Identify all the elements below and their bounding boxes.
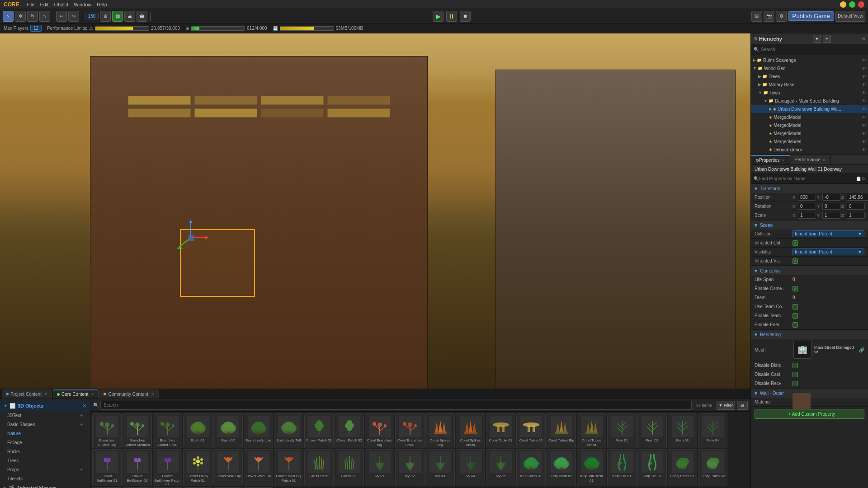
asset-view-toggle[interactable]: ⊞ — [737, 401, 748, 410]
tab-performance-close[interactable]: ✕ — [822, 158, 826, 162]
scale-tool-button[interactable]: ⤡ — [39, 11, 50, 22]
tree-item-debris[interactable]: ◈ DebrisExterior 👁 — [751, 145, 868, 154]
tree-item-town[interactable]: ▼ 📁 Town 👁 — [751, 89, 868, 97]
subcategory-rocks[interactable]: Rocks — [0, 447, 90, 456]
subcategory-add-button[interactable]: + — [80, 413, 83, 418]
prop-edit-icon[interactable]: 📋 — [856, 176, 861, 181]
asset-item[interactable]: Grass Tall — [335, 449, 364, 486]
subcategory-basic-shapes[interactable]: Basic Shapes + — [0, 420, 90, 429]
asset-item[interactable]: Clover Patch 02 — [335, 413, 364, 448]
asset-item[interactable]: Flower Wild Lily — [244, 449, 273, 486]
asset-item[interactable]: Leafy Patch 02 — [698, 449, 727, 486]
inherited-col-checkbox[interactable]: ✓ — [793, 240, 798, 246]
asset-item[interactable]: Flower Daisy Patch 01 — [183, 449, 212, 486]
asset-item[interactable]: Coral Branches Small — [395, 413, 425, 448]
hierarchy-filter-button[interactable]: ▼ — [813, 35, 821, 43]
mesh-edit-icon[interactable]: 🔗 — [859, 347, 864, 352]
eye-icon[interactable]: 👁 — [862, 90, 866, 95]
subcategory-3dtext[interactable]: 3DText + — [0, 411, 90, 420]
tree-item-damaged[interactable]: ▼ 📁 Damaged - Main Street Building 👁 — [751, 97, 868, 105]
asset-item[interactable]: Kelp Tall Bush 01 — [577, 449, 606, 486]
asset-item[interactable]: Flower Bellflower 01 — [92, 449, 122, 486]
tab-core-close[interactable]: ✕ — [91, 392, 94, 397]
asset-item[interactable]: Coral Tubes Small — [577, 413, 606, 448]
asset-item[interactable]: Bush 02 — [213, 413, 243, 448]
snap-value[interactable]: 150 — [85, 13, 99, 19]
asset-item[interactable]: Kelp Bush 02 — [547, 449, 576, 486]
tab-core-content[interactable]: Core Content ✕ — [53, 389, 99, 399]
asset-item[interactable]: Flower Bellflower Patch 01 — [153, 449, 182, 486]
asset-item[interactable]: Bush Leafy Low — [244, 413, 273, 448]
subcategory-foliage[interactable]: Foliage — [0, 438, 90, 447]
eye-icon[interactable]: 👁 — [862, 139, 866, 144]
scale-y-field[interactable] — [822, 212, 840, 219]
asset-item[interactable]: Coral Branches Big — [365, 413, 394, 448]
asset-item[interactable]: Clover Patch 01 — [304, 413, 334, 448]
eye-icon[interactable]: 👁 — [862, 123, 866, 128]
asset-item[interactable]: Branches Cluster Big — [92, 413, 122, 448]
section-gameplay-header[interactable]: ▼ Gameplay — [751, 266, 868, 275]
section-transform-header[interactable]: ▼ Transform — [751, 184, 868, 193]
asset-item[interactable]: Kelp Tile 01 — [607, 449, 637, 486]
tab-community-close[interactable]: ✕ — [151, 392, 155, 396]
asset-item[interactable]: Fern 03 — [668, 413, 697, 448]
tree-item-trees[interactable]: ▶ 📁 Trees 👁 — [751, 72, 868, 80]
select-tool-button[interactable]: ↖ — [3, 11, 14, 22]
prop-search-input[interactable] — [759, 176, 856, 181]
close-button[interactable] — [858, 1, 864, 8]
menu-window[interactable]: Window — [74, 2, 91, 7]
asset-item[interactable]: Kelp Bush 01 — [516, 449, 546, 486]
tree-item-worldgeo[interactable]: ▼ 📁 World Geo 👁 — [751, 64, 868, 72]
tab-community-content[interactable]: Community Content ✕ — [99, 389, 158, 399]
subcategory-props[interactable]: Props + — [0, 465, 90, 474]
eye-icon[interactable]: 👁 — [862, 58, 866, 63]
tree-item-merged4[interactable]: ◈ MergedModel 👁 — [751, 137, 868, 145]
asset-item[interactable]: Coral Spikes Big — [425, 413, 455, 448]
default-view-button[interactable]: Default View — [835, 11, 865, 22]
scale-z-field[interactable] — [847, 212, 865, 219]
asset-item[interactable]: Coral Table 01 — [486, 413, 515, 448]
asset-item[interactable]: Coral Spikes Small — [456, 413, 485, 448]
position-x-field[interactable] — [798, 194, 816, 201]
subcategory-nature[interactable]: Nature — [0, 429, 90, 438]
asset-item[interactable]: Kelp Tile 02 — [637, 449, 667, 486]
asset-item[interactable]: Flower Bellflower 02 — [123, 449, 152, 486]
asset-filter-button[interactable]: ▼ Filter — [717, 401, 735, 410]
collision-dropdown[interactable]: Inherit from Parent ▼ — [793, 230, 864, 237]
pause-button[interactable]: ⏸ — [446, 11, 457, 22]
publish-button[interactable]: Publish Game — [788, 11, 834, 21]
minimize-button[interactable] — [840, 1, 846, 8]
subcategory-tilesets[interactable]: Tilesets — [0, 474, 90, 483]
eye-icon[interactable]: 👁 — [862, 74, 866, 79]
terrain2-button[interactable]: 🏔 — [137, 11, 147, 22]
asset-item[interactable]: Ivy 05 — [486, 449, 515, 486]
eye-icon[interactable]: 👁 — [862, 147, 866, 152]
asset-item[interactable]: Leafy Patch 01 — [668, 449, 697, 486]
scale-x-field[interactable] — [798, 212, 816, 219]
undo-button[interactable]: ↩ — [56, 11, 67, 22]
menu-file[interactable]: File — [27, 2, 35, 7]
asset-item[interactable]: Flower Wild Lily Patch 01 — [274, 449, 303, 486]
tree-item-ruins[interactable]: ▶ 📁 Ruins Scavenge 👁 — [751, 56, 868, 64]
rotation-y-field[interactable] — [822, 203, 840, 210]
asset-item[interactable]: Ivy 03 — [425, 449, 455, 486]
menu-help[interactable]: Help — [97, 2, 107, 7]
tree-item-merged2[interactable]: ◈ MergedModel 👁 — [751, 121, 868, 129]
hierarchy-close-button[interactable]: ✕ — [862, 36, 865, 41]
disable-cast-checkbox[interactable] — [793, 372, 798, 377]
menu-object[interactable]: Object — [54, 2, 68, 7]
eye-icon[interactable]: 👁 — [862, 99, 866, 103]
view-toggle-button[interactable]: ⊞ — [751, 11, 762, 22]
asset-category-3dobjects[interactable]: ▼ ⬜ 3D Objects ✕ — [0, 401, 90, 411]
snap-button[interactable]: ⊞ — [100, 11, 111, 22]
add-custom-property-button[interactable]: + + Add Custom Property — [755, 409, 864, 419]
asset-item[interactable]: Coral Tubes Big — [547, 413, 576, 448]
asset-item[interactable]: Coral Table 02 — [516, 413, 546, 448]
eye-icon[interactable]: 👁 — [862, 115, 866, 120]
subcategory-trees[interactable]: Trees — [0, 456, 90, 465]
enable-camera-checkbox[interactable]: ✓ — [793, 286, 798, 291]
asset-item[interactable]: Bush 01 — [183, 413, 212, 448]
eye-icon[interactable]: 👁 — [862, 107, 866, 112]
hierarchy-search-input[interactable] — [761, 47, 865, 52]
asset-item[interactable]: Fern 02 — [637, 413, 667, 448]
